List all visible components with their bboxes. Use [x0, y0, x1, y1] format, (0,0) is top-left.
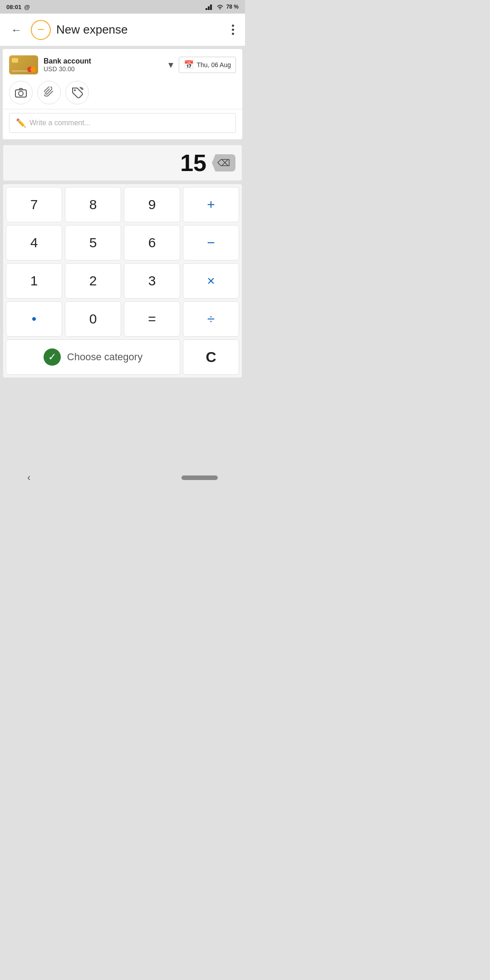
svg-point-5 — [19, 91, 23, 96]
comment-row: ✏️ Write a comment... — [3, 109, 242, 139]
svg-point-6 — [74, 89, 76, 91]
time: 08:01 — [6, 4, 21, 10]
app-bar: ← − New expense — [0, 14, 245, 46]
home-pill[interactable] — [181, 475, 218, 480]
calendar-icon: 📅 — [184, 60, 194, 70]
account-name: Bank account — [44, 57, 163, 65]
amount-display: 15 ⌫ — [3, 145, 242, 181]
account-dropdown-button[interactable]: ▾ — [168, 59, 173, 71]
mastercard-logo — [27, 67, 36, 72]
nav-back-button[interactable]: ‹ — [27, 472, 30, 484]
key-multiply[interactable]: × — [183, 263, 239, 299]
svg-marker-1 — [208, 6, 210, 10]
backspace-button[interactable]: ⌫ — [212, 154, 235, 172]
actions-row — [3, 79, 242, 109]
key-divide[interactable]: ÷ — [183, 301, 239, 337]
choose-category-button[interactable]: ✓ Choose category — [6, 339, 180, 375]
camera-button[interactable] — [9, 81, 33, 104]
keypad: 7 8 9 + 4 5 6 − 1 2 3 × • 0 = ÷ ✓ Choose… — [3, 184, 242, 378]
nav-bar: ‹ — [0, 472, 245, 484]
attach-button[interactable] — [37, 81, 61, 104]
edit-icon: ✏️ — [16, 118, 26, 128]
date-label: Thu, 06 Aug — [196, 61, 231, 69]
svg-marker-0 — [206, 8, 207, 10]
camera-icon — [15, 88, 27, 98]
account-info: Bank account USD 30.00 — [44, 57, 163, 73]
key-minus[interactable]: − — [183, 225, 239, 260]
bank-card-image — [9, 55, 38, 74]
key-9[interactable]: 9 — [124, 187, 180, 222]
account-balance: USD 30.00 — [44, 65, 163, 73]
bottom-area: ‹ — [0, 381, 245, 490]
key-0[interactable]: 0 — [65, 301, 121, 337]
signal-icon — [206, 4, 214, 10]
key-equals[interactable]: = — [124, 301, 180, 337]
comment-field[interactable]: ✏️ Write a comment... — [9, 113, 236, 133]
key-2[interactable]: 2 — [65, 263, 121, 299]
back-button[interactable]: ← — [7, 20, 25, 40]
key-7[interactable]: 7 — [6, 187, 62, 222]
key-plus[interactable]: + — [183, 187, 239, 222]
date-button[interactable]: 📅 Thu, 06 Aug — [179, 57, 236, 73]
check-circle-icon: ✓ — [44, 348, 61, 366]
clear-button[interactable]: C — [183, 339, 239, 375]
tag-button[interactable] — [65, 81, 89, 104]
status-left: 08:01 @ — [6, 4, 30, 10]
tag-icon — [71, 86, 83, 99]
status-right: 78 % — [206, 4, 239, 10]
page-title: New expense — [56, 23, 223, 37]
amount-value: 15 — [180, 149, 206, 176]
svg-marker-3 — [212, 4, 214, 10]
card-chip — [12, 58, 18, 63]
key-8[interactable]: 8 — [65, 187, 121, 222]
main-content: Bank account USD 30.00 ▾ 📅 Thu, 06 Aug — [3, 49, 242, 139]
paperclip-icon — [44, 87, 54, 98]
wifi-icon — [216, 4, 224, 10]
account-row: Bank account USD 30.00 ▾ 📅 Thu, 06 Aug — [3, 49, 242, 79]
comment-placeholder: Write a comment... — [29, 119, 90, 127]
key-3[interactable]: 3 — [124, 263, 180, 299]
svg-marker-2 — [210, 5, 212, 10]
key-6[interactable]: 6 — [124, 225, 180, 260]
status-bar: 08:01 @ 78 % — [0, 0, 245, 14]
choose-category-label: Choose category — [67, 351, 142, 363]
key-4[interactable]: 4 — [6, 225, 62, 260]
expense-icon: − — [31, 20, 51, 40]
battery-level: 78 % — [226, 4, 239, 10]
more-options-button[interactable] — [228, 21, 238, 39]
at-icon: @ — [24, 4, 30, 10]
key-5[interactable]: 5 — [65, 225, 121, 260]
key-1[interactable]: 1 — [6, 263, 62, 299]
key-dot[interactable]: • — [6, 301, 62, 337]
